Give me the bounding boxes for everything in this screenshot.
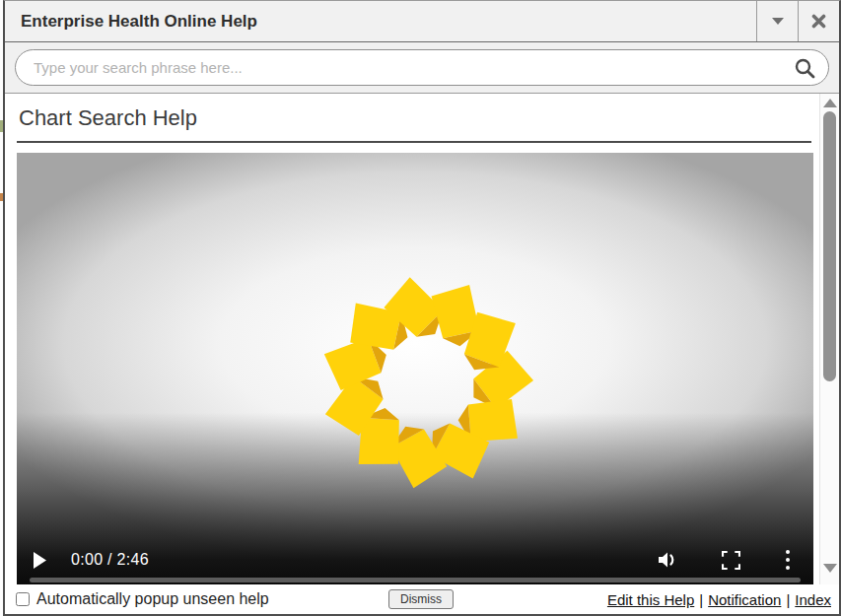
page-title: Chart Search Help bbox=[19, 105, 813, 131]
volume-button[interactable] bbox=[657, 550, 678, 570]
help-dialog-screen: Enterprise Health Online Help bbox=[0, 0, 841, 616]
scroll-up-arrow-icon[interactable] bbox=[823, 99, 837, 107]
dismiss-button[interactable]: Dismiss bbox=[388, 589, 454, 609]
close-button[interactable] bbox=[798, 1, 839, 41]
auto-popup-label: Automatically popup unseen help bbox=[36, 590, 269, 608]
search-input[interactable] bbox=[32, 58, 785, 77]
link-separator: | bbox=[786, 591, 790, 608]
link-separator: | bbox=[699, 591, 703, 608]
scrollbar-thumb[interactable] bbox=[823, 111, 836, 381]
scroll-down-arrow-icon[interactable] bbox=[823, 564, 837, 573]
close-icon bbox=[811, 14, 826, 29]
vertical-scrollbar[interactable] bbox=[819, 94, 839, 584]
volume-icon bbox=[657, 550, 678, 570]
video-seek-bar[interactable] bbox=[30, 578, 801, 582]
kebab-dot bbox=[786, 566, 790, 570]
dialog-title: Enterprise Health Online Help bbox=[5, 1, 756, 41]
search-field-container[interactable] bbox=[15, 49, 829, 86]
sunflower-wreath-logo bbox=[319, 275, 534, 490]
search-section bbox=[5, 42, 839, 94]
edit-this-help-link[interactable]: Edit this Help bbox=[607, 591, 694, 608]
footer-links: Edit this Help | Notification | Index bbox=[454, 591, 833, 608]
help-content-area: Chart Search Help bbox=[5, 94, 839, 584]
help-video-player[interactable]: 0:00 / 2:46 bbox=[17, 153, 813, 584]
chevron-down-icon bbox=[772, 18, 784, 25]
dialog-footer: Automatically popup unseen help Dismiss … bbox=[5, 584, 839, 614]
auto-popup-checkbox[interactable] bbox=[16, 592, 30, 606]
search-icon[interactable] bbox=[793, 56, 816, 80]
video-time-display: 0:00 / 2:46 bbox=[71, 551, 149, 569]
title-divider bbox=[17, 141, 811, 143]
play-button[interactable] bbox=[33, 552, 47, 569]
play-icon bbox=[33, 552, 47, 569]
collapse-button[interactable] bbox=[756, 1, 798, 41]
kebab-dot bbox=[786, 558, 790, 562]
fullscreen-button[interactable] bbox=[722, 551, 740, 570]
dialog-titlebar[interactable]: Enterprise Health Online Help bbox=[5, 1, 839, 42]
kebab-dot bbox=[786, 550, 790, 554]
notification-link[interactable]: Notification bbox=[708, 591, 781, 608]
help-dialog-window: Enterprise Health Online Help bbox=[3, 0, 841, 616]
more-options-button[interactable] bbox=[786, 548, 790, 572]
index-link[interactable]: Index bbox=[795, 591, 831, 608]
video-controls-bar: 0:00 / 2:46 bbox=[17, 546, 813, 574]
fullscreen-icon bbox=[722, 551, 740, 570]
